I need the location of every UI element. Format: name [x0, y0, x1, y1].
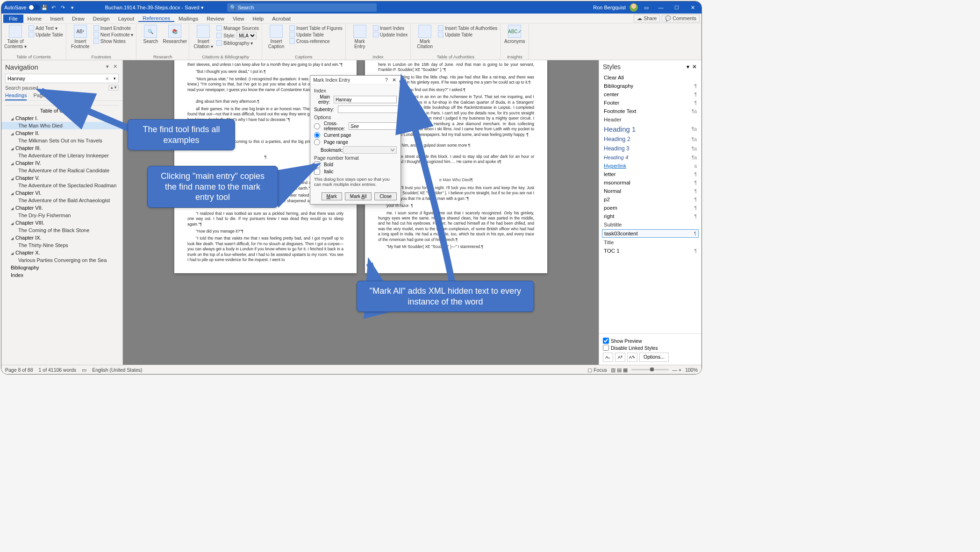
close-button[interactable]: ✕: [687, 5, 699, 11]
nav-dropdown[interactable]: ▾: [104, 64, 111, 71]
insert-citation-button[interactable]: Insert Citation ▾: [192, 25, 215, 49]
insert-caption-button[interactable]: Insert Caption: [265, 25, 287, 49]
styles-options-button[interactable]: Options...: [639, 353, 669, 362]
nav-search-input[interactable]: [5, 74, 119, 83]
style-row[interactable]: Footnote Text¶a: [599, 107, 701, 115]
insert-toa-button[interactable]: Insert Table of Authorities: [438, 25, 497, 31]
nav-item[interactable]: ◢Chapter V.: [1, 174, 122, 182]
tab-review[interactable]: Review: [202, 16, 229, 21]
tab-layout[interactable]: Layout: [114, 16, 139, 21]
dialog-help[interactable]: ?: [383, 77, 390, 83]
nav-toc-item[interactable]: Table of Contents: [1, 107, 122, 114]
nav-item[interactable]: Index: [1, 271, 122, 279]
add-text-button[interactable]: Add Text ▾: [29, 25, 63, 31]
style-row[interactable]: TOC 1¶: [599, 247, 701, 255]
style-row[interactable]: letter¶: [599, 170, 701, 178]
acronyms-button[interactable]: ABC✓Acronyms: [503, 25, 526, 44]
italic-check[interactable]: [314, 169, 320, 175]
nav-item[interactable]: The Milkman Sets Out on his Travels: [1, 137, 122, 144]
style-row[interactable]: Hyperlinka: [599, 162, 701, 170]
nav-item[interactable]: The Adventure of the Spectacled Roadman: [1, 182, 122, 189]
nav-item[interactable]: The Man Who Died: [1, 122, 122, 129]
tab-view[interactable]: View: [229, 16, 249, 21]
tab-draw[interactable]: Draw: [68, 16, 89, 21]
insert-index-button[interactable]: Insert Index: [373, 25, 408, 31]
main-entry-input[interactable]: [334, 96, 397, 103]
redo-icon[interactable]: ↷: [60, 4, 66, 11]
language-status[interactable]: English (United States): [92, 367, 142, 373]
smart-search-button[interactable]: 🔍Search: [139, 25, 162, 44]
style-row[interactable]: Title: [599, 238, 701, 247]
mark-button[interactable]: Mark: [322, 192, 342, 200]
tab-mailings[interactable]: Mailings: [174, 16, 202, 21]
nav-item[interactable]: Various Parties Converging on the Sea: [1, 256, 122, 264]
minimize-button[interactable]: —: [655, 5, 667, 10]
bold-check[interactable]: [314, 162, 320, 168]
tab-home[interactable]: Home: [23, 16, 46, 21]
close-dialog-button[interactable]: Close: [374, 192, 397, 200]
mark-citation-button[interactable]: Mark Citation: [414, 25, 436, 49]
tof-button[interactable]: Insert Table of Figures: [289, 25, 343, 31]
share-button[interactable]: ☁ Share: [634, 14, 660, 22]
tab-insert[interactable]: Insert: [46, 16, 68, 21]
nav-item[interactable]: ◢Chapter X.: [1, 249, 122, 256]
style-row[interactable]: p2¶: [599, 195, 701, 204]
search-box[interactable]: 🔍 Search: [227, 3, 377, 12]
next-footnote-button[interactable]: Next Footnote ▾: [93, 31, 134, 38]
insert-endnote-button[interactable]: Insert Endnote: [93, 25, 134, 31]
style-row[interactable]: Heading 3¶a: [599, 144, 701, 153]
style-row[interactable]: Normal¶: [599, 187, 701, 195]
dialog-close[interactable]: ✕: [390, 77, 398, 83]
tab-design[interactable]: Design: [89, 16, 114, 21]
style-row[interactable]: task03content¶: [602, 229, 699, 238]
nav-close[interactable]: ✕: [111, 64, 119, 71]
search-options-dropdown[interactable]: ▾: [111, 74, 119, 83]
style-row[interactable]: Bibliography¶: [599, 82, 701, 90]
show-notes-button[interactable]: Show Notes: [93, 38, 134, 44]
update-toa-button[interactable]: Update Table: [438, 31, 497, 38]
word-count[interactable]: 1 of 41106 words: [39, 367, 77, 373]
maximize-button[interactable]: ☐: [671, 5, 683, 11]
nav-pages-tab[interactable]: Pages: [33, 92, 48, 100]
nav-item[interactable]: The Dry-Fly Fisherman: [1, 212, 122, 219]
style-row[interactable]: Heading 2¶a: [599, 134, 701, 144]
toc-button[interactable]: Table of Contents ▾: [4, 25, 27, 49]
undo-icon[interactable]: ↶: [50, 4, 57, 11]
manage-sources-button[interactable]: Manage Sources: [216, 25, 259, 31]
ribbon-mode-icon[interactable]: ▭: [643, 4, 650, 11]
subentry-input[interactable]: [338, 106, 401, 113]
style-row[interactable]: Subtitle: [599, 220, 701, 229]
nav-item[interactable]: Bibliography: [1, 264, 122, 271]
autosave-toggle[interactable]: [29, 5, 40, 10]
style-inspector-button[interactable]: A⁴: [615, 353, 625, 362]
mark-entry-button[interactable]: Mark Entry: [349, 25, 371, 49]
update-toc-button[interactable]: Update Table: [29, 31, 63, 38]
clear-all-style[interactable]: Clear All: [599, 73, 701, 82]
style-row[interactable]: center¶: [599, 90, 701, 99]
new-style-button[interactable]: A₊: [603, 353, 613, 362]
update-tof-button[interactable]: Update Table: [289, 31, 343, 38]
view-buttons[interactable]: ▥ ▤ ▦: [611, 367, 628, 373]
nav-headings-tab[interactable]: Headings: [5, 92, 27, 100]
tab-help[interactable]: Help: [249, 16, 268, 21]
nav-item[interactable]: The Coming of the Black Stone: [1, 226, 122, 234]
page-range-radio[interactable]: [314, 139, 320, 145]
proofing-icon[interactable]: ▭: [82, 367, 86, 373]
nav-item[interactable]: ◢Chapter III.: [1, 144, 122, 152]
nav-item[interactable]: ◢Chapter II.: [1, 129, 122, 137]
nav-item[interactable]: ◢Chapter IX.: [1, 234, 122, 241]
manage-styles-button[interactable]: A✎: [627, 353, 637, 362]
tab-references[interactable]: References: [138, 15, 174, 22]
bookmark-select[interactable]: [343, 146, 397, 154]
nav-item[interactable]: ◢Chapter VI.: [1, 189, 122, 197]
researcher-button[interactable]: 📚Researcher: [164, 25, 186, 44]
styles-dropdown[interactable]: ▾: [685, 64, 691, 70]
show-preview-check[interactable]: Show Preview: [603, 338, 698, 344]
nav-item[interactable]: The Adventure of the Bald Archaeologist: [1, 197, 122, 204]
comments-button[interactable]: 💬 Comments: [662, 14, 700, 22]
nav-results-tab[interactable]: Results: [55, 92, 72, 100]
save-icon[interactable]: 💾: [41, 4, 48, 11]
disable-linked-check[interactable]: Disable Linked Styles: [603, 345, 698, 351]
nav-item[interactable]: The Adventure of the Literary Innkeeper: [1, 152, 122, 159]
nav-item[interactable]: ◢Chapter IV.: [1, 159, 122, 167]
